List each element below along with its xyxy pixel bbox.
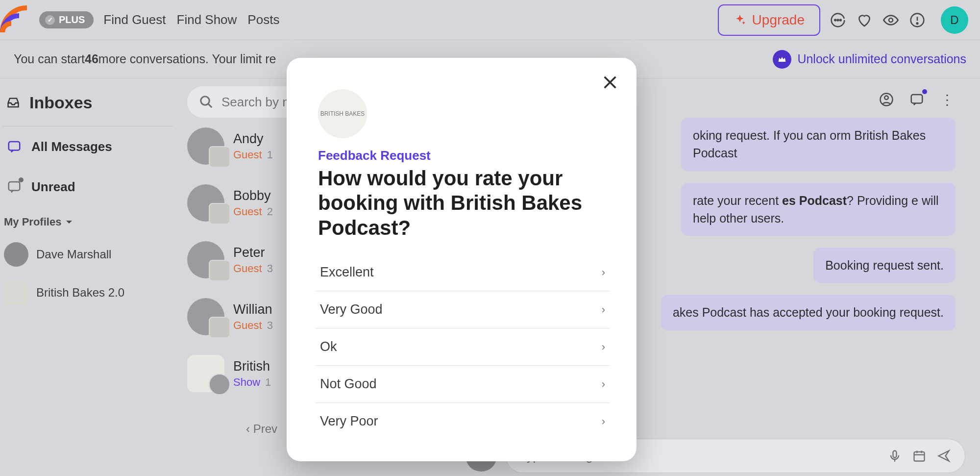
chevron-right-icon: › — [602, 378, 605, 391]
rating-option-very-poor[interactable]: Very Poor› — [315, 403, 610, 440]
close-icon — [602, 74, 618, 91]
chevron-right-icon: › — [602, 303, 605, 316]
rating-option-very-good[interactable]: Very Good› — [315, 291, 610, 328]
feedback-modal: BRITISH BAKES Feedback Request How would… — [287, 58, 637, 461]
option-label: Excellent — [320, 265, 374, 280]
modal-eyebrow: Feedback Request — [308, 148, 615, 163]
option-label: Not Good — [320, 376, 377, 392]
avatar-text: BRITISH BAKES — [320, 110, 365, 117]
modal-title: How would you rate your booking with Bri… — [308, 163, 615, 254]
option-label: Ok — [320, 339, 337, 354]
chevron-right-icon: › — [602, 266, 605, 279]
rating-option-excellent[interactable]: Excellent› — [315, 254, 610, 291]
rating-option-ok[interactable]: Ok› — [315, 328, 610, 366]
modal-podcast-avatar: BRITISH BAKES — [318, 89, 367, 138]
close-button[interactable] — [599, 72, 621, 93]
chevron-right-icon: › — [602, 341, 605, 353]
rating-option-not-good[interactable]: Not Good› — [315, 366, 610, 403]
option-label: Very Poor — [320, 414, 378, 429]
option-label: Very Good — [320, 302, 383, 317]
chevron-right-icon: › — [602, 415, 605, 428]
